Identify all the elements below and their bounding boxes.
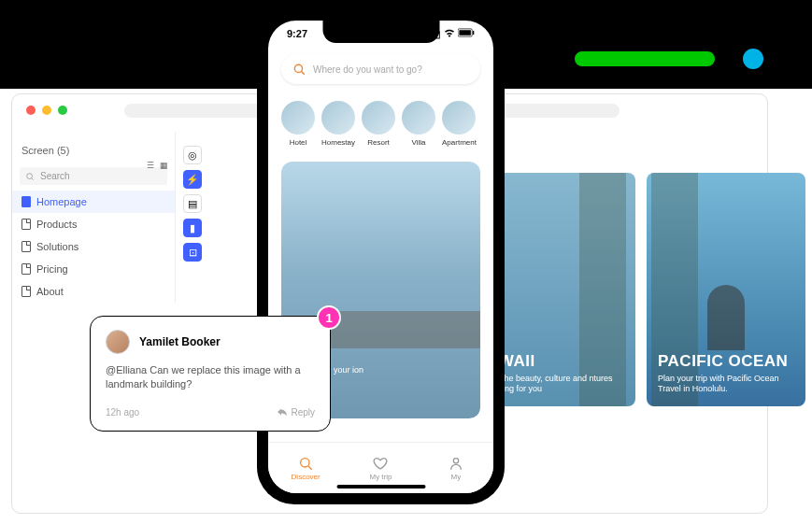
- sidebar-item-pricing[interactable]: Pricing: [12, 258, 175, 280]
- battery-icon: [458, 28, 475, 39]
- card-title: PACIFIC OCEAN: [658, 352, 794, 371]
- search-icon: [292, 63, 306, 76]
- page-icon: [21, 196, 31, 207]
- sidebar-item-solutions[interactable]: Solutions: [12, 235, 175, 258]
- wifi-icon: [444, 28, 455, 39]
- svg-rect-4: [473, 31, 474, 35]
- category-homestay[interactable]: Homestay: [321, 101, 355, 147]
- sidebar-item-label: About: [36, 286, 64, 297]
- status-time: 9:27: [287, 28, 307, 39]
- card-subtitle: Plan your trip with Pacific Ocean Travel…: [658, 374, 794, 395]
- reply-button[interactable]: Reply: [277, 407, 315, 418]
- category-resort[interactable]: Resort: [362, 101, 395, 147]
- nav-discover[interactable]: Discover: [268, 443, 343, 493]
- page-icon: [21, 263, 31, 275]
- comment-body: @Elliana Can we replace this image with …: [106, 363, 315, 392]
- page-icon: [21, 219, 31, 230]
- status-dot: [743, 49, 763, 69]
- category-thumb: [362, 101, 395, 135]
- view-grid-button[interactable]: ▦: [158, 160, 169, 171]
- sidebar-item-products[interactable]: Products: [12, 213, 175, 235]
- category-thumb: [321, 101, 355, 135]
- sidebar-item-homepage[interactable]: Homepage: [12, 191, 175, 213]
- screens-sidebar: Screen (5) Search ☰ ▦ Homepage Products …: [12, 132, 176, 303]
- category-thumb: [442, 101, 476, 135]
- page-icon: [21, 241, 31, 252]
- tool-lightning[interactable]: ⚡: [183, 170, 202, 189]
- comment-author: Yamilet Booker: [139, 335, 221, 348]
- tool-toggle[interactable]: ⊡: [183, 243, 202, 262]
- card-subtitle: ver the beauty, culture and ntures waiti…: [488, 374, 624, 395]
- destination-search-input[interactable]: Where do you want to go?: [281, 54, 480, 84]
- notification-badge: 1: [317, 305, 341, 330]
- canvas-toolbar: ◎ ⚡ ▤ ▮ ⊡: [183, 146, 202, 262]
- svg-line-1: [32, 178, 34, 180]
- close-window-button[interactable]: [26, 106, 36, 115]
- category-thumb: [281, 101, 315, 135]
- comment-card[interactable]: 1 Yamilet Booker @Elliana Can we replace…: [90, 316, 331, 432]
- svg-point-7: [301, 458, 309, 466]
- tool-target[interactable]: ◎: [183, 146, 202, 164]
- minimize-window-button[interactable]: [42, 106, 51, 115]
- page-icon: [21, 286, 31, 297]
- tool-device[interactable]: ▮: [183, 219, 202, 237]
- reply-icon: [277, 407, 288, 417]
- view-list-button[interactable]: ☰: [145, 160, 156, 171]
- category-row: Hotel Homestay Resort Villa Apartment: [268, 92, 493, 156]
- tool-note[interactable]: ▤: [183, 194, 202, 213]
- sidebar-item-label: Homepage: [36, 196, 87, 207]
- comment-time: 12h ago: [106, 407, 139, 418]
- person-silhouette: [707, 285, 745, 350]
- maximize-window-button[interactable]: [58, 106, 67, 115]
- sidebar-item-label: Products: [36, 219, 77, 230]
- nav-my[interactable]: My: [419, 443, 493, 493]
- status-pill: [575, 51, 715, 66]
- search-icon: [298, 456, 313, 471]
- svg-rect-3: [459, 30, 470, 35]
- svg-point-9: [453, 458, 458, 462]
- sidebar-item-label: Solutions: [36, 241, 78, 252]
- svg-line-6: [302, 72, 305, 75]
- home-indicator[interactable]: [336, 485, 425, 489]
- svg-line-8: [308, 466, 312, 470]
- screens-heading: Screen (5): [12, 139, 175, 162]
- category-apartment[interactable]: Apartment: [442, 101, 477, 147]
- category-hotel[interactable]: Hotel: [281, 101, 315, 147]
- svg-point-0: [27, 173, 33, 178]
- phone-notch: [322, 21, 439, 43]
- sidebar-item-label: Pricing: [36, 263, 68, 275]
- user-icon: [449, 456, 463, 471]
- search-icon: [25, 172, 35, 181]
- heart-icon: [373, 456, 388, 471]
- category-thumb: [402, 101, 435, 135]
- destination-card-pacific-ocean[interactable]: PACIFIC OCEAN Plan your trip with Pacifi…: [647, 173, 805, 406]
- avatar: [106, 330, 130, 354]
- card-title: AWAII: [488, 352, 624, 371]
- category-villa[interactable]: Villa: [402, 101, 435, 147]
- sidebar-item-about[interactable]: About: [12, 280, 175, 303]
- svg-point-5: [294, 64, 302, 72]
